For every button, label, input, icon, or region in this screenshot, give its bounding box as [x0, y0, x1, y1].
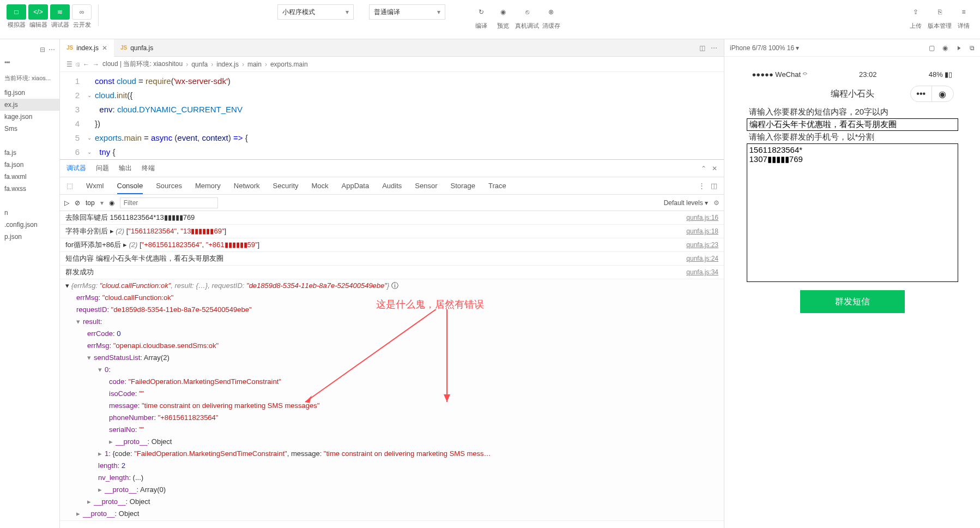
back-icon[interactable]: ← — [83, 61, 89, 68]
debug-tab[interactable]: 输出 — [119, 164, 132, 173]
devtools-tab[interactable]: Wxml — [86, 182, 104, 190]
context-select[interactable]: top — [86, 199, 95, 207]
devtools-tab[interactable]: Mock — [312, 182, 329, 190]
code-editor[interactable]: 1const cloud = require('wx-server-sdk')2… — [60, 72, 724, 159]
list-icon[interactable]: ☰ — [66, 61, 72, 68]
tree-item[interactable]: n — [0, 207, 59, 219]
tree-item[interactable]: p.json — [0, 231, 59, 243]
mode-select[interactable]: 小程序模式 — [277, 4, 354, 20]
object-property[interactable]: isoCode: "" — [65, 388, 718, 400]
play-icon[interactable]: ▷ — [64, 199, 69, 207]
devtools-tab[interactable]: Console — [117, 182, 143, 194]
filter-input[interactable] — [120, 197, 218, 208]
tree-item[interactable]: fa.js — [0, 147, 59, 159]
object-property[interactable]: length: 2 — [65, 460, 718, 472]
editor-tab[interactable]: JSindex.js✕ — [60, 39, 114, 57]
log-source[interactable]: qunfa.js:24 — [686, 253, 718, 265]
eye-icon[interactable]: ◉ — [109, 199, 114, 207]
object-property[interactable]: phoneNumber: "+8615611823564" — [65, 412, 718, 424]
object-property[interactable]: ▾0: — [65, 364, 718, 376]
object-property[interactable]: ▾sendStatusList: Array(2) — [65, 352, 718, 364]
object-property[interactable]: ▸__proto__: Array(0) — [65, 484, 718, 496]
chevron-up-icon[interactable]: ⌃ — [701, 165, 706, 172]
object-property[interactable]: errMsg: "cloud.callFunction:ok" — [65, 292, 718, 304]
clear-icon[interactable]: ⊘ — [75, 199, 80, 207]
breadcrumb-item[interactable]: exports.main — [270, 61, 308, 68]
log-source[interactable]: qunfa.js:18 — [686, 225, 718, 237]
object-property[interactable]: message: "time constraint on delivering … — [65, 400, 718, 412]
object-property[interactable]: ▸__proto__: Object — [65, 436, 718, 448]
toolbar-action[interactable]: ⇪ — [906, 4, 925, 20]
tree-item[interactable]: fa.wxml — [0, 171, 59, 183]
toolbar-action[interactable]: ↻ — [471, 4, 491, 20]
tree-collapse-icon[interactable]: ⊟ — [40, 46, 45, 53]
devtools-tab[interactable]: Memory — [195, 182, 221, 190]
editor-tab[interactable]: JSqunfa.js — [114, 39, 160, 57]
sms-content-input[interactable] — [747, 118, 958, 131]
send-sms-button[interactable]: 群发短信 — [800, 290, 905, 313]
toolbar-action[interactable]: ◉ — [493, 4, 513, 20]
dt-dock-icon[interactable]: ◫ — [711, 182, 717, 190]
object-property[interactable]: code: "FailedOperation.MarketingSendTime… — [65, 376, 718, 388]
devtools-tab[interactable]: Audits — [382, 182, 402, 190]
debug-tab[interactable]: 终端 — [142, 164, 155, 173]
device-select[interactable]: iPhone 6/7/8 100% 16 ▾ — [730, 44, 799, 52]
devtools-tab[interactable]: Security — [273, 182, 299, 190]
sim-rec-icon[interactable]: ◉ — [942, 44, 948, 52]
sim-pop-icon[interactable]: ⧉ — [970, 44, 975, 52]
devtools-tab[interactable]: Storage — [451, 182, 476, 190]
object-property[interactable]: nv_length: (...) — [65, 472, 718, 484]
object-property[interactable]: ▾result: — [65, 316, 718, 328]
breadcrumb-item[interactable]: main — [247, 61, 262, 68]
tree-item[interactable]: .config.json — [0, 219, 59, 231]
close-icon[interactable]: ✕ — [712, 165, 717, 172]
split-icon[interactable]: ◫ — [699, 44, 705, 52]
devtools-tab[interactable]: Sensor — [415, 182, 437, 190]
tree-item[interactable]: ex.js — [0, 99, 59, 111]
tree-item[interactable]: fa.json — [0, 159, 59, 171]
object-property[interactable]: errCode: 0 — [65, 328, 718, 340]
breadcrumb-item[interactable]: cloud | 当前环境: xiaoshitou — [102, 59, 183, 69]
sim-mute-icon[interactable]: 🕨 — [955, 44, 962, 52]
devtools-tab[interactable]: AppData — [342, 182, 370, 190]
toolbar-btn[interactable]: □ — [7, 4, 26, 20]
sim-device-icon[interactable]: ▢ — [929, 44, 935, 52]
tree-item[interactable] — [0, 195, 59, 207]
capsule-menu-icon[interactable]: ••• — [911, 86, 933, 101]
toolbar-action[interactable]: ⎋ — [517, 4, 537, 20]
object-property[interactable]: serialNo: "" — [65, 424, 718, 436]
tree-item[interactable]: Sms — [0, 123, 59, 135]
devtools-tab[interactable]: Network — [234, 182, 260, 190]
console-body[interactable]: 这是什么鬼，居然有错误 去除回车键后 15611823564*13▮▮▮▮▮76… — [60, 211, 724, 528]
toolbar-btn[interactable]: ≋ — [50, 4, 70, 20]
tree-item[interactable] — [0, 135, 59, 147]
debug-tab[interactable]: 调试器 — [66, 164, 86, 173]
object-property[interactable]: ▸__proto__: Object — [65, 508, 718, 520]
settings-icon[interactable]: ⚙ — [713, 199, 719, 207]
phone-textarea[interactable] — [747, 143, 958, 282]
toolbar-action[interactable]: ⊗ — [541, 4, 561, 20]
bookmark-icon[interactable]: ⟃ — [76, 61, 80, 68]
object-property[interactable]: errMsg: "openapi.cloudbase.sendSms:ok" — [65, 340, 718, 352]
breadcrumb-item[interactable]: qunfa — [191, 61, 208, 68]
log-source[interactable]: qunfa.js:23 — [686, 239, 718, 251]
expanded-object[interactable]: ▾ {errMsg: "cloud.callFunction:ok", resu… — [65, 280, 718, 292]
debug-tab[interactable]: 问题 — [96, 164, 109, 173]
tabs-more-icon[interactable]: ⋯ — [711, 44, 717, 52]
toolbar-action[interactable]: ⎘ — [930, 4, 949, 20]
tree-item[interactable]: fig.json — [0, 87, 59, 99]
devtools-tab[interactable]: Trace — [488, 182, 506, 190]
capsule-close-icon[interactable]: ◉ — [932, 86, 953, 101]
inspect-icon[interactable]: ⬚ — [66, 182, 73, 190]
tree-item[interactable]: fa.wxss — [0, 183, 59, 195]
toolbar-action[interactable]: ≡ — [954, 4, 973, 20]
compile-select[interactable]: 普通编译 — [369, 4, 445, 20]
toolbar-btn[interactable]: </> — [28, 4, 48, 20]
log-source[interactable]: qunfa.js:16 — [686, 212, 718, 224]
capsule[interactable]: •••◉ — [910, 86, 954, 102]
levels-select[interactable]: Default levels ▾ — [664, 199, 708, 207]
fwd-icon[interactable]: → — [93, 61, 99, 68]
tree-more-icon[interactable]: ⋯ — [49, 46, 55, 53]
toolbar-btn[interactable]: ∞ — [72, 4, 92, 20]
dt-more-icon[interactable]: ⋮ — [698, 182, 705, 190]
